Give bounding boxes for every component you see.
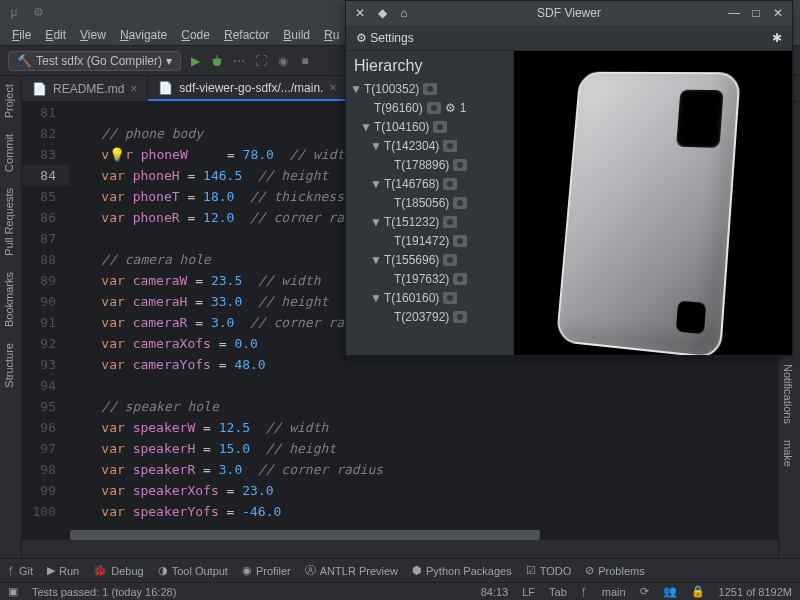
tool-window-debug[interactable]: 🐞Debug <box>93 564 143 577</box>
camera-icon[interactable] <box>443 292 457 304</box>
left-tab-commit[interactable]: Commit <box>0 126 18 180</box>
memory-indicator[interactable]: 1251 of 8192M <box>719 586 792 598</box>
expand-icon[interactable]: ▼ <box>370 215 380 229</box>
sdf-pin-icon[interactable]: ◆ <box>374 5 390 21</box>
camera-icon[interactable] <box>453 273 467 285</box>
debug-button[interactable] <box>209 53 225 69</box>
code-line[interactable]: 100 var speakerYofs = -46.0 <box>22 501 778 522</box>
code-content[interactable]: var phoneT = 18.0 // thickness <box>70 186 344 207</box>
code-content[interactable]: var speakerW = 12.5 // width <box>70 417 328 438</box>
sdf-settings-button[interactable]: ⚙ Settings <box>356 31 414 45</box>
run-config-selector[interactable]: 🔨 Test sdfx (Go Compiler) ▾ <box>8 51 181 71</box>
horizontal-scrollbar[interactable] <box>70 530 778 540</box>
lock-icon[interactable]: 🔒 <box>691 585 705 598</box>
tool-window-profiler[interactable]: ◉Profiler <box>242 564 291 577</box>
settings-icon[interactable]: ⚙ <box>30 4 46 20</box>
expand-icon[interactable]: ▼ <box>360 120 370 134</box>
copilot-icon[interactable]: 👥 <box>663 585 677 598</box>
sdf-viewer-window[interactable]: ✕ ◆ ⌂ SDF Viewer — □ ✕ ⚙ Settings ✱ Hier… <box>345 0 793 356</box>
camera-icon[interactable] <box>453 235 467 247</box>
code-content[interactable]: var speakerXofs = 23.0 <box>70 480 274 501</box>
expand-icon[interactable]: ▼ <box>350 82 360 96</box>
code-content[interactable]: // speaker hole <box>70 396 219 417</box>
hierarchy-node[interactable]: T(178896) <box>350 155 509 174</box>
camera-icon[interactable] <box>453 197 467 209</box>
hierarchy-node[interactable]: ▼T(100352) <box>350 79 509 98</box>
menu-file[interactable]: File <box>6 26 37 44</box>
menu-view[interactable]: View <box>74 26 112 44</box>
coverage-icon[interactable]: ⛶ <box>253 53 269 69</box>
left-tab-structure[interactable]: Structure <box>0 335 18 396</box>
hierarchy-node[interactable]: ▼T(104160) <box>350 117 509 136</box>
camera-icon[interactable] <box>453 311 467 323</box>
camera-icon[interactable] <box>433 121 447 133</box>
code-content[interactable]: var speakerR = 3.0 // corner radius <box>70 459 383 480</box>
code-content[interactable]: var cameraW = 23.5 // width <box>70 270 321 291</box>
caret-position[interactable]: 84:13 <box>481 586 509 598</box>
code-line[interactable]: 98 var speakerR = 3.0 // corner radius <box>22 459 778 480</box>
code-content[interactable]: var cameraH = 33.0 // height <box>70 291 328 312</box>
code-content[interactable]: var cameraYofs = 48.0 <box>70 354 266 375</box>
camera-icon[interactable] <box>443 140 457 152</box>
expand-icon[interactable]: ▼ <box>370 139 380 153</box>
menu-build[interactable]: Build <box>277 26 316 44</box>
hierarchy-node[interactable]: ▼T(151232) <box>350 212 509 231</box>
sync-icon[interactable]: ⟳ <box>640 585 649 598</box>
close-icon[interactable]: × <box>130 82 137 96</box>
sdf-home-icon[interactable]: ⌂ <box>396 5 412 21</box>
right-tab-make[interactable]: make <box>779 432 797 475</box>
hierarchy-node[interactable]: ▼T(160160) <box>350 288 509 307</box>
tool-window-tool-output[interactable]: ◑Tool Output <box>158 564 228 577</box>
expand-icon[interactable]: ▼ <box>370 291 380 305</box>
camera-icon[interactable] <box>443 178 457 190</box>
sdf-3d-viewport[interactable] <box>514 51 792 355</box>
tests-status[interactable]: Tests passed: 1 (today 16:28) <box>32 586 176 598</box>
expand-icon[interactable]: ▼ <box>370 177 380 191</box>
code-line[interactable]: 93 var cameraYofs = 48.0 <box>22 354 778 375</box>
editor-tab[interactable]: 📄sdf-viewer-go-sdfx/.../main.× <box>148 76 347 101</box>
tool-window-run[interactable]: ▶Run <box>47 564 79 577</box>
code-content[interactable]: // phone body <box>70 123 203 144</box>
camera-icon[interactable] <box>443 254 457 266</box>
sdf-theme-icon[interactable]: ✱ <box>772 31 782 45</box>
close-button[interactable]: ✕ <box>770 5 786 21</box>
stop-icon[interactable]: ■ <box>297 53 313 69</box>
code-content[interactable]: var cameraR = 3.0 // corner rad <box>70 312 352 333</box>
menu-ru[interactable]: Ru <box>318 26 345 44</box>
layout-icon[interactable]: ▣ <box>8 585 18 598</box>
hierarchy-node[interactable]: T(191472) <box>350 231 509 250</box>
more-run-icon[interactable]: ⋯ <box>231 53 247 69</box>
line-separator[interactable]: LF <box>522 586 535 598</box>
code-content[interactable]: v💡r phoneW = 78.0 // width <box>70 144 352 165</box>
tool-window-git[interactable]: ᚶGit <box>8 565 33 577</box>
code-content[interactable]: var speakerYofs = -46.0 <box>70 501 281 522</box>
tool-window-python-packages[interactable]: ⬢Python Packages <box>412 564 512 577</box>
hierarchy-node[interactable]: T(197632) <box>350 269 509 288</box>
gear-icon[interactable]: ⚙ <box>445 101 456 115</box>
tool-window-antlr-preview[interactable]: ⒶANTLR Preview <box>305 563 398 578</box>
maximize-button[interactable]: □ <box>748 5 764 21</box>
camera-icon[interactable] <box>427 102 441 114</box>
hierarchy-node[interactable]: T(96160)⚙1 <box>350 98 509 117</box>
code-line[interactable]: 97 var speakerH = 15.0 // height <box>22 438 778 459</box>
left-tab-pull-requests[interactable]: Pull Requests <box>0 180 18 264</box>
profiler-icon[interactable]: ◉ <box>275 53 291 69</box>
code-content[interactable]: var phoneH = 146.5 // height <box>70 165 328 186</box>
hierarchy-node[interactable]: ▼T(155696) <box>350 250 509 269</box>
code-content[interactable]: // camera hole <box>70 249 211 270</box>
minimize-button[interactable]: — <box>726 5 742 21</box>
camera-icon[interactable] <box>443 216 457 228</box>
git-branch[interactable]: main <box>602 586 626 598</box>
close-icon[interactable]: × <box>329 81 336 95</box>
code-line[interactable]: 94 <box>22 375 778 396</box>
expand-icon[interactable]: ▼ <box>370 253 380 267</box>
editor-tab[interactable]: 📄README.md× <box>22 76 148 101</box>
right-tab-notifications[interactable]: Notifications <box>779 356 797 432</box>
camera-icon[interactable] <box>423 83 437 95</box>
code-line[interactable]: 96 var speakerW = 12.5 // width <box>22 417 778 438</box>
hierarchy-node[interactable]: T(185056) <box>350 193 509 212</box>
code-line[interactable]: 99 var speakerXofs = 23.0 <box>22 480 778 501</box>
indent-status[interactable]: Tab <box>549 586 567 598</box>
code-line[interactable]: 95 // speaker hole <box>22 396 778 417</box>
tool-window-todo[interactable]: ☑TODO <box>526 564 572 577</box>
